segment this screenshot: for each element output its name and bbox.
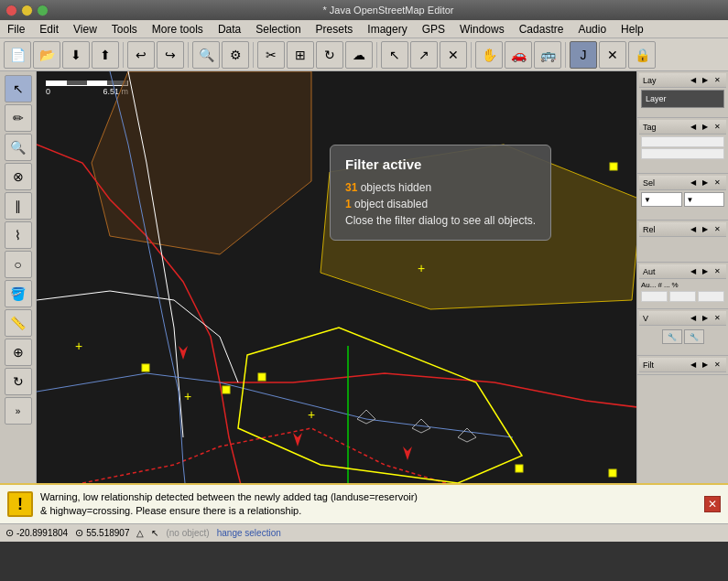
map-canvas[interactable]: 0 6.51 m [37, 71, 636, 483]
minimize-btn[interactable] [21, 5, 33, 16]
more-tools-button[interactable]: » [5, 397, 32, 425]
titlebar: * Java OpenStreetMap Editor [0, 0, 728, 20]
panel-rel-icon3[interactable]: ✕ [712, 224, 723, 235]
hand-button[interactable]: ✋ [475, 41, 503, 69]
tag-row-2[interactable] [641, 148, 724, 159]
delete-tool[interactable]: ⊗ [5, 163, 32, 190]
panel-tags-icon3[interactable]: ✕ [712, 122, 723, 133]
select-move-button[interactable]: ↖ [381, 41, 408, 69]
layer-item[interactable]: Layer [641, 90, 724, 108]
menu-item-cadastre[interactable]: Cadastre [512, 20, 571, 38]
panel-v-icon1[interactable]: ◀ [688, 313, 699, 324]
panel-layers-content: Layer [639, 88, 726, 115]
menu-item-gps[interactable]: GPS [415, 20, 452, 38]
measure-tool[interactable]: 📏 [5, 309, 32, 337]
warning-close-button[interactable]: ✕ [704, 496, 721, 512]
warning-icon: ! [7, 491, 33, 517]
lon-value: -20.8991804 [16, 528, 68, 538]
redo-button[interactable]: ↪ [157, 41, 184, 69]
panel-v-icon3[interactable]: ✕ [712, 313, 723, 324]
panel-layers-header: Lay ◀ ▶ ✕ [639, 73, 726, 88]
panel-auto-icon1[interactable]: ◀ [688, 266, 699, 277]
menubar: FileEditViewToolsMore toolsDataSelection… [0, 20, 728, 38]
copy-button[interactable]: ⊞ [287, 41, 314, 69]
select-add-button[interactable]: ↗ [410, 41, 438, 69]
panel-rel-icon1[interactable]: ◀ [688, 224, 699, 235]
lat-value: 55.518907 [86, 528, 129, 538]
sel-dropdown1[interactable]: ▼ [641, 192, 682, 207]
menu-item-more-tools[interactable]: More tools [145, 20, 211, 38]
menu-item-help[interactable]: Help [614, 20, 651, 38]
panel-sel-icon1[interactable]: ◀ [688, 178, 699, 188]
open-button[interactable]: 📂 [33, 41, 60, 69]
auto-field3[interactable] [698, 291, 724, 302]
menu-item-data[interactable]: Data [211, 20, 248, 38]
menu-item-audio[interactable]: Audio [570, 20, 614, 38]
car-button[interactable]: 🚗 [505, 41, 532, 69]
panel-rel-icon2[interactable]: ▶ [700, 224, 711, 235]
upload2-button[interactable]: ☁ [345, 41, 373, 69]
lasso-tool[interactable]: ○ [5, 251, 32, 278]
filter-line2: 1 object disabled [345, 196, 536, 212]
sel-dropdown2[interactable]: ▼ [684, 192, 725, 207]
panel-sel-icon2[interactable]: ▶ [700, 178, 711, 188]
panel-auto-icon2[interactable]: ▶ [700, 266, 711, 277]
menu-item-imagery[interactable]: Imagery [360, 20, 414, 38]
panel-relations-content [639, 237, 726, 260]
layer-name: Layer [646, 94, 667, 103]
menu-item-windows[interactable]: Windows [452, 20, 512, 38]
josm-button[interactable]: J [570, 41, 597, 69]
refresh-button[interactable]: ↻ [316, 41, 343, 69]
magnify-tool[interactable]: ⊕ [5, 339, 32, 366]
menu-item-edit[interactable]: Edit [32, 20, 66, 38]
validator-btn1[interactable]: 🔧 [662, 329, 682, 344]
panel-filt-icon3[interactable]: ✕ [712, 360, 723, 371]
undo-button[interactable]: ↩ [127, 41, 155, 69]
maximize-btn[interactable] [37, 5, 49, 16]
rotate-tool[interactable]: ↻ [5, 368, 32, 395]
panel-filt-icon2[interactable]: ▶ [700, 360, 711, 371]
panel-auto-icon3[interactable]: ✕ [712, 266, 723, 277]
menu-item-presets[interactable]: Presets [309, 20, 361, 38]
panel-sel-icon3[interactable]: ✕ [712, 178, 723, 188]
menu-item-selection[interactable]: Selection [248, 20, 308, 38]
panel-v-icon2[interactable]: ▶ [700, 313, 711, 324]
download-button[interactable]: ⬇ [62, 41, 90, 69]
way-red-2 [82, 428, 636, 483]
filter-popup: Filter active 31 objects hidden 1 object… [330, 145, 551, 241]
upload-button[interactable]: ⬆ [92, 41, 119, 69]
improve-way-tool[interactable]: ⌇ [5, 221, 32, 249]
panel-filt-icon1[interactable]: ◀ [688, 360, 699, 371]
panel-layers-icon1[interactable]: ◀ [688, 75, 699, 86]
tag-row-1[interactable] [641, 136, 724, 147]
draw-tool[interactable]: ✏ [5, 104, 32, 132]
auto-field2[interactable] [669, 291, 696, 302]
panel-selection-header: Sel ◀ ▶ ✕ [639, 176, 726, 190]
panel-filter-label: Filt [643, 360, 654, 370]
cut-button[interactable]: ✂ [257, 41, 285, 69]
close-x-button[interactable]: ✕ [599, 41, 626, 69]
lon-icon: ⊙ [5, 527, 14, 539]
auto-field1[interactable] [641, 291, 668, 302]
zoom-fit-button[interactable]: 🔍 [192, 41, 220, 69]
panel-tags-icon2[interactable]: ▶ [700, 122, 711, 133]
paint-tool[interactable]: 🪣 [5, 280, 32, 307]
lat-icon: ⊙ [75, 527, 83, 539]
panel-layers-icon3[interactable]: ✕ [712, 75, 723, 86]
delete-button[interactable]: ✕ [440, 41, 467, 69]
panel-tags-icon1[interactable]: ◀ [688, 122, 699, 133]
parallel-tool[interactable]: ∥ [5, 192, 32, 220]
panel-layers-icon2[interactable]: ▶ [700, 75, 711, 86]
new-button[interactable]: 📄 [4, 41, 31, 69]
zoom-tool[interactable]: 🔍 [5, 134, 32, 161]
menu-item-tools[interactable]: Tools [104, 20, 145, 38]
preferences-button[interactable]: ⚙ [222, 41, 249, 69]
validator-btn2[interactable]: 🔧 [684, 329, 704, 344]
menu-item-view[interactable]: View [66, 20, 104, 38]
select-tool[interactable]: ↖ [5, 75, 32, 102]
bus-button[interactable]: 🚌 [534, 41, 561, 69]
lock-button[interactable]: 🔒 [628, 41, 656, 69]
close-btn[interactable] [5, 5, 17, 16]
menu-item-file[interactable]: File [0, 20, 32, 38]
panel-validator: V ◀ ▶ ✕ 🔧 🔧 [637, 309, 728, 356]
